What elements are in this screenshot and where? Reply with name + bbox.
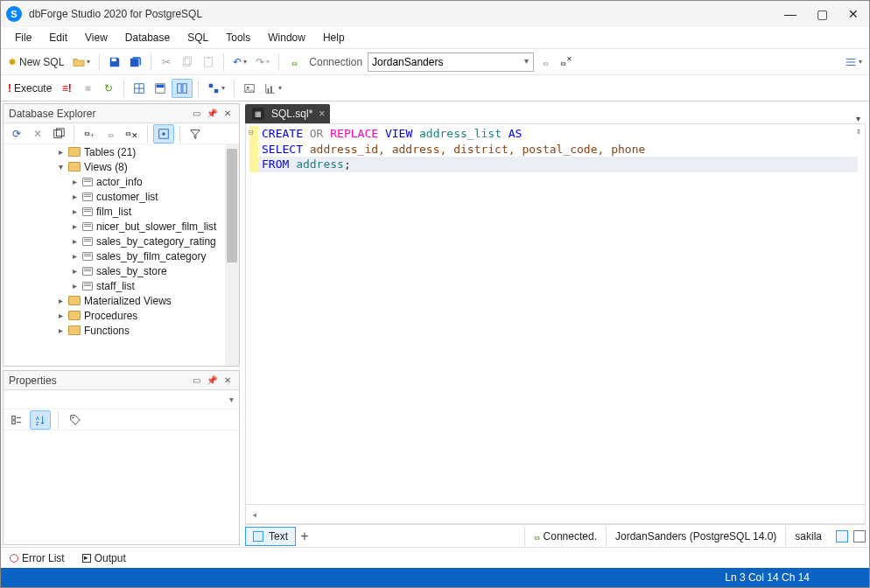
new-sql-button[interactable]: ✸New SQL <box>4 52 67 72</box>
tool1-button[interactable] <box>130 79 149 98</box>
sql-editor[interactable]: ⇕ CREATE OR REPLACE VIEW address_list AS… <box>245 123 866 524</box>
panel-close-button[interactable]: ✕ <box>221 108 234 120</box>
tree-scrollbar[interactable] <box>225 144 239 366</box>
chevron-right-icon[interactable]: ▸ <box>70 236 79 246</box>
tree-view-item[interactable]: ▸nicer_but_slower_film_list <box>4 219 239 234</box>
panel-close-button[interactable]: ✕ <box>221 374 234 387</box>
plug-remove-button[interactable]: ⏛✕ <box>122 124 142 144</box>
menu-edit[interactable]: Edit <box>40 29 76 46</box>
tree-materialized-views-node[interactable]: ▸Materialized Views <box>4 293 239 308</box>
chevron-right-icon[interactable]: ▸ <box>56 296 65 305</box>
tree-functions-node[interactable]: ▸Functions <box>4 323 239 338</box>
chevron-right-icon[interactable]: ▸ <box>70 221 79 231</box>
props-categorized-button[interactable] <box>7 410 26 430</box>
tool3-button[interactable] <box>172 79 193 98</box>
tree-view-item[interactable]: ▸sales_by_category_rating <box>4 234 239 248</box>
properties-header: Properties ▭ 📌 ✕ <box>4 371 239 390</box>
save-all-button[interactable] <box>126 52 145 72</box>
close-button[interactable]: ✕ <box>843 4 864 24</box>
tree-view-item[interactable]: ▸sales_by_store <box>4 263 239 278</box>
chevron-right-icon[interactable]: ▸ <box>70 177 79 186</box>
disconnect-button[interactable]: ⏛ <box>536 52 555 72</box>
paste-button[interactable] <box>199 52 218 72</box>
tree-view-item[interactable]: ▸actor_info <box>4 174 239 189</box>
refresh-button[interactable]: ⟳ <box>7 124 26 144</box>
copy-button[interactable] <box>178 52 197 72</box>
layout-toggle-1[interactable] <box>836 530 848 542</box>
connection-select[interactable] <box>368 52 534 72</box>
code-area[interactable]: CREATE OR REPLACE VIEW address_list AS S… <box>246 124 865 504</box>
editor-hscroll[interactable]: ◂ <box>246 504 865 523</box>
disconnect-all-button[interactable]: ⏛✕ <box>557 52 576 72</box>
layout-toggle-2[interactable] <box>853 530 866 542</box>
delete-button[interactable]: ✕ <box>28 124 47 144</box>
tree-view-item[interactable]: ▸film_list <box>4 204 239 219</box>
add-view-tab-button[interactable]: + <box>296 528 313 544</box>
save-button[interactable] <box>105 52 124 72</box>
tree-procedures-node[interactable]: ▸Procedures <box>4 308 239 323</box>
tree-view-item[interactable]: ▸customer_list <box>4 189 239 204</box>
view-tab-text[interactable]: Text <box>245 527 296 546</box>
plug-single-button[interactable]: ⏛ <box>101 124 120 144</box>
menu-view[interactable]: View <box>76 29 116 46</box>
refresh-exec-button[interactable]: ↻ <box>99 79 118 98</box>
filter-button[interactable] <box>186 124 205 144</box>
props-alphabetical-button[interactable]: AZ <box>30 410 51 430</box>
execute-button[interactable]: !Execute <box>4 79 55 98</box>
database-tree[interactable]: ▸Tables (21) ▾Views (8) ▸actor_info ▸cus… <box>4 144 239 366</box>
insert-button[interactable]: ▾ <box>204 79 228 98</box>
image-button[interactable] <box>240 79 259 98</box>
menu-tools[interactable]: Tools <box>217 29 259 46</box>
tool2-button[interactable] <box>151 79 170 98</box>
svg-rect-11 <box>183 83 186 93</box>
chevron-right-icon[interactable]: ▸ <box>70 192 79 201</box>
hscroll-left-icon[interactable]: ◂ <box>251 508 263 521</box>
minimize-button[interactable]: — <box>780 4 801 24</box>
panel-pin-button[interactable]: 📌 <box>206 374 218 387</box>
plug-add-button[interactable]: ⏛+ <box>80 124 99 144</box>
scrollbar-thumb[interactable] <box>227 149 237 262</box>
error-list-tab[interactable]: Error List <box>4 550 70 566</box>
show-all-button[interactable] <box>153 124 174 144</box>
file-tab-sql[interactable]: ▦ SQL.sql* × <box>245 104 330 123</box>
toolbar-customize-button[interactable]: ▾ <box>841 52 866 72</box>
open-folder-button[interactable]: ▾ <box>69 52 94 72</box>
chart-button[interactable]: ▾ <box>261 79 285 98</box>
menu-database[interactable]: Database <box>116 29 179 46</box>
tree-view-item[interactable]: ▸staff_list <box>4 278 239 293</box>
split-toggle-button[interactable]: ⇕ <box>852 124 865 136</box>
maximize-button[interactable]: ▢ <box>811 4 832 24</box>
props-events-button[interactable] <box>66 410 85 430</box>
cut-button[interactable]: ✂ <box>157 52 176 72</box>
chevron-right-icon[interactable]: ▸ <box>70 206 79 216</box>
stop-icon: ■ <box>85 82 91 94</box>
tree-views-node[interactable]: ▾Views (8) <box>4 159 239 174</box>
menu-window[interactable]: Window <box>259 29 314 46</box>
tree-view-item[interactable]: ▸sales_by_film_category <box>4 248 239 263</box>
tabs-dropdown-button[interactable]: ▾ <box>856 114 860 123</box>
close-tab-button[interactable]: × <box>319 108 325 120</box>
undo-button[interactable]: ↶▾ <box>229 52 250 72</box>
stop-button[interactable]: ■ <box>78 79 97 98</box>
properties-target-select[interactable] <box>4 390 239 410</box>
chevron-right-icon[interactable]: ▸ <box>70 266 79 276</box>
menu-help[interactable]: Help <box>314 29 354 46</box>
new-window-button[interactable] <box>49 124 68 144</box>
chevron-right-icon[interactable]: ▸ <box>56 147 65 157</box>
chevron-right-icon[interactable]: ▸ <box>70 281 79 290</box>
chevron-right-icon[interactable]: ▸ <box>56 311 65 320</box>
panel-pin-button[interactable]: 📌 <box>206 108 218 120</box>
execute-current-button[interactable]: ≡! <box>57 79 76 98</box>
chevron-down-icon[interactable]: ▾ <box>56 162 65 172</box>
chevron-right-icon[interactable]: ▸ <box>70 251 79 261</box>
connection-indicator-button[interactable]: ⏛ <box>284 52 304 72</box>
menu-sql[interactable]: SQL <box>179 29 217 46</box>
panel-window-button[interactable]: ▭ <box>190 374 202 387</box>
chevron-right-icon[interactable]: ▸ <box>56 326 65 335</box>
tree-tables-node[interactable]: ▸Tables (21) <box>4 144 239 159</box>
redo-button[interactable]: ↷▾ <box>252 52 273 72</box>
menu-file[interactable]: File <box>6 29 40 46</box>
scissors-icon: ✂ <box>162 56 171 68</box>
panel-window-button[interactable]: ▭ <box>190 108 202 120</box>
output-tab[interactable]: Output <box>77 550 131 566</box>
